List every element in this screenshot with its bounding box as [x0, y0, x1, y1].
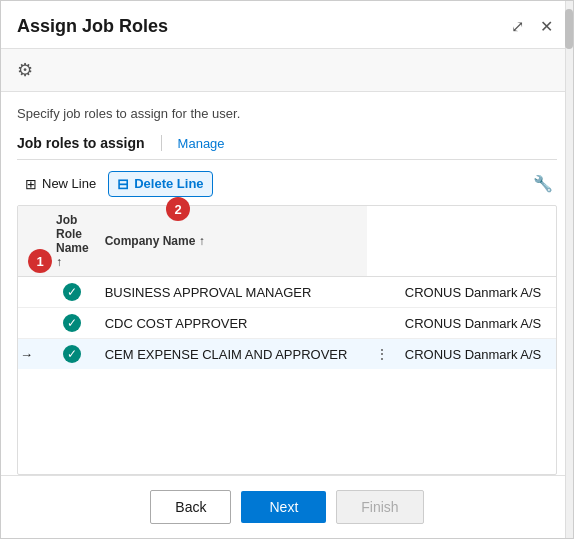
- assign-job-roles-dialog: 1 2 Assign Job Roles ⤢ ✕ ⚙ Specify job r…: [0, 0, 574, 539]
- job-role-name-cell: BUSINESS APPROVAL MANAGER: [97, 277, 367, 308]
- expand-icon: ⤢: [511, 17, 524, 36]
- expand-button[interactable]: ⤢: [507, 15, 528, 38]
- dialog-title: Assign Job Roles: [17, 16, 168, 37]
- finish-button: Finish: [336, 490, 423, 524]
- col-job-role-name: Job Role Name ↑: [48, 206, 97, 277]
- dots-icon[interactable]: ⋮: [375, 346, 389, 362]
- section-header: Job roles to assign Manage: [17, 135, 557, 160]
- header-icons: ⤢ ✕: [507, 15, 557, 38]
- new-line-button[interactable]: ⊞ New Line: [17, 172, 104, 196]
- row-checkbox[interactable]: ✓: [48, 339, 97, 370]
- delete-line-icon: ⊟: [117, 176, 129, 192]
- row-arrow: [18, 308, 48, 339]
- filter-button[interactable]: 🔧: [529, 170, 557, 197]
- filter-icon: 🔧: [533, 175, 553, 192]
- badge-1: 1: [28, 249, 52, 273]
- manage-link[interactable]: Manage: [162, 136, 225, 151]
- row-context-menu[interactable]: ⋮: [367, 339, 397, 370]
- job-roles-table: Job Role Name ↑ Company Name ↑ ✓BUSINESS…: [17, 205, 557, 475]
- dialog-body: Specify job roles to assign for the user…: [1, 92, 573, 475]
- scrollbar-track[interactable]: [565, 1, 573, 538]
- row-checkbox[interactable]: ✓: [48, 308, 97, 339]
- job-role-name-cell: CDC COST APPROVER: [97, 308, 367, 339]
- settings-icon: ⚙: [17, 60, 33, 80]
- table-header-row: Job Role Name ↑ Company Name ↑: [18, 206, 556, 277]
- company-name-cell: CRONUS Danmark A/S: [397, 339, 556, 370]
- dialog-footer: Back Next Finish: [1, 475, 573, 538]
- close-button[interactable]: ✕: [536, 15, 557, 38]
- row-context-menu: [367, 277, 397, 308]
- check-icon: ✓: [63, 314, 81, 332]
- section-title: Job roles to assign: [17, 135, 162, 151]
- col-company-name: Company Name ↑: [97, 206, 367, 277]
- check-icon: ✓: [63, 283, 81, 301]
- new-line-label: New Line: [42, 176, 96, 191]
- company-name-cell: CRONUS Danmark A/S: [397, 308, 556, 339]
- subtitle-text: Specify job roles to assign for the user…: [17, 106, 557, 121]
- row-arrow: →: [18, 339, 48, 370]
- dialog-header: Assign Job Roles ⤢ ✕: [1, 1, 573, 49]
- table-row[interactable]: ✓CDC COST APPROVERCRONUS Danmark A/S: [18, 308, 556, 339]
- row-arrow: [18, 277, 48, 308]
- row-context-menu: [367, 308, 397, 339]
- scrollbar-thumb[interactable]: [565, 9, 573, 49]
- back-button[interactable]: Back: [150, 490, 231, 524]
- close-icon: ✕: [540, 17, 553, 36]
- check-icon: ✓: [63, 345, 81, 363]
- job-role-name-cell: CEM EXPENSE CLAIM AND APPROVER: [97, 339, 367, 370]
- settings-bar: ⚙: [1, 49, 573, 92]
- table-row[interactable]: →✓CEM EXPENSE CLAIM AND APPROVER⋮CRONUS …: [18, 339, 556, 370]
- badge-2: 2: [166, 197, 190, 221]
- row-checkbox[interactable]: ✓: [48, 277, 97, 308]
- toolbar: ⊞ New Line ⊟ Delete Line 🔧: [17, 170, 557, 197]
- new-line-icon: ⊞: [25, 176, 37, 192]
- company-name-cell: CRONUS Danmark A/S: [397, 277, 556, 308]
- table-row[interactable]: ✓BUSINESS APPROVAL MANAGERCRONUS Danmark…: [18, 277, 556, 308]
- delete-line-label: Delete Line: [134, 176, 203, 191]
- next-button[interactable]: Next: [241, 491, 326, 523]
- delete-line-button[interactable]: ⊟ Delete Line: [108, 171, 212, 197]
